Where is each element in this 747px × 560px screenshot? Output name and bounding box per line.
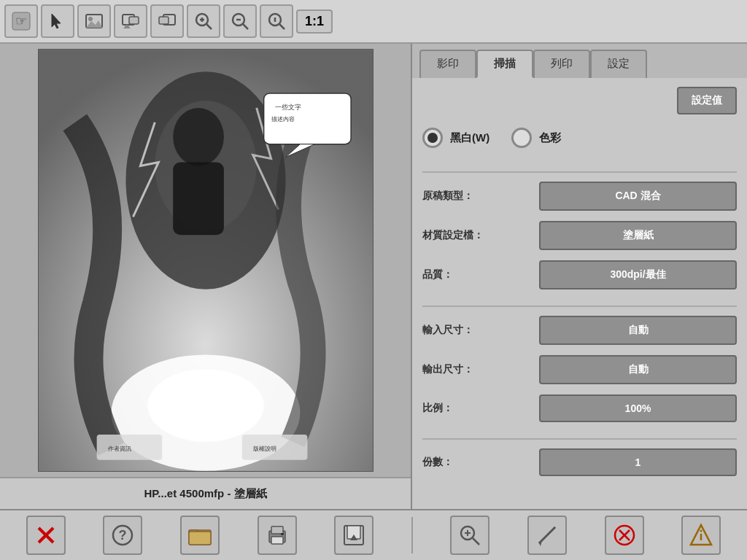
svg-line-52 — [473, 538, 479, 545]
zoom-fit-btn[interactable] — [260, 4, 293, 38]
input-size-row: 輸入尺寸： 自動 — [422, 316, 737, 345]
svg-rect-10 — [159, 17, 169, 24]
svg-line-20 — [279, 24, 285, 29]
settings-value-button[interactable]: 設定值 — [677, 87, 737, 114]
zoom-out-btn[interactable] — [223, 4, 257, 38]
svg-rect-45 — [271, 526, 283, 534]
radio-bw-circle[interactable] — [422, 128, 443, 148]
svg-line-14 — [206, 24, 212, 29]
image-tool-btn[interactable] — [77, 4, 111, 38]
cancel-btn[interactable] — [605, 516, 644, 555]
svg-rect-7 — [129, 17, 139, 24]
settings-area: 設定值 黑白(W) 色彩 原稿類型： CAD 混合 — [412, 78, 747, 509]
material-label: 材質設定檔： — [422, 229, 539, 242]
svg-point-4 — [88, 17, 93, 21]
divider3 — [422, 438, 737, 440]
output-size-btn[interactable]: 自動 — [539, 355, 737, 384]
preview-footer: HP...et 4500mfp - 塗層紙 — [0, 477, 411, 509]
radio-color-circle[interactable] — [511, 128, 532, 148]
main-area: 一些文字 描述內容 作者資訊 版權說明 HP...et 4500mfp - 塗層… — [0, 44, 747, 509]
preview-image-area: 一些文字 描述內容 作者資訊 版權說明 — [0, 44, 411, 477]
bottom-divider — [411, 517, 413, 553]
radio-bw-label: 黑白(W) — [450, 131, 489, 145]
search-btn[interactable] — [450, 516, 489, 555]
svg-text:☞: ☞ — [15, 14, 27, 28]
svg-point-27 — [173, 108, 224, 166]
output-size-label: 輸出尺寸： — [422, 363, 539, 376]
svg-text:作者資訊: 作者資訊 — [107, 446, 131, 452]
radio-bw[interactable]: 黑白(W) — [422, 128, 489, 148]
tab-settings[interactable]: 設定 — [590, 50, 647, 78]
svg-rect-46 — [271, 537, 283, 544]
material-btn[interactable]: 塗層紙 — [539, 221, 737, 250]
svg-point-64 — [700, 530, 703, 532]
tab-copy[interactable]: 影印 — [419, 50, 476, 78]
original-type-btn[interactable]: CAD 混合 — [539, 182, 737, 211]
printer-info-text: HP...et 4500mfp - 塗層紙 — [144, 487, 266, 501]
settings-btn-row: 設定值 — [422, 87, 737, 114]
input-size-btn[interactable]: 自動 — [539, 316, 737, 345]
radio-color[interactable]: 色彩 — [511, 128, 561, 148]
cursor-tool-btn[interactable] — [41, 4, 74, 38]
hand-tool-btn[interactable]: ☞ — [4, 4, 38, 38]
svg-marker-5 — [86, 20, 102, 28]
tab-print[interactable]: 列印 — [533, 50, 590, 78]
svg-marker-2 — [52, 14, 61, 28]
svg-line-57 — [554, 527, 555, 529]
svg-text:一些文字: 一些文字 — [274, 104, 301, 111]
folder-btn[interactable] — [180, 516, 220, 555]
svg-text:描述內容: 描述內容 — [271, 116, 294, 122]
ratio-row: 比例： 100% — [422, 394, 737, 422]
copies-row: 份數： 1 — [422, 448, 737, 476]
close-btn[interactable] — [26, 516, 66, 555]
original-type-label: 原稿類型： — [422, 190, 539, 203]
tab-scan[interactable]: 掃描 — [476, 50, 533, 78]
divider — [422, 171, 737, 173]
bottom-toolbar: ? — [0, 509, 747, 560]
help-btn[interactable]: ? — [103, 516, 142, 555]
top-toolbar: ☞ — [0, 0, 747, 44]
image-prev-btn[interactable] — [114, 4, 147, 38]
svg-rect-43 — [189, 532, 211, 545]
preview-image: 一些文字 描述內容 作者資訊 版權說明 — [38, 49, 374, 472]
svg-rect-28 — [173, 163, 224, 236]
input-size-label: 輸入尺寸： — [422, 324, 539, 337]
original-type-row: 原稿類型： CAD 混合 — [422, 182, 737, 211]
info-btn[interactable] — [681, 516, 721, 555]
quality-btn[interactable]: 300dpi/最佳 — [539, 260, 737, 289]
svg-line-17 — [243, 24, 248, 29]
copies-btn[interactable]: 1 — [539, 448, 737, 476]
svg-rect-47 — [281, 533, 284, 535]
image-next-btn[interactable] — [150, 4, 184, 38]
quality-label: 品質： — [422, 268, 539, 281]
zoom-in-btn[interactable] — [187, 4, 220, 38]
radio-row: 黑白(W) 色彩 — [422, 123, 737, 152]
zoom-level: 1:1 — [296, 9, 333, 34]
ratio-label: 比例： — [422, 402, 539, 415]
right-panel: 影印 掃描 列印 設定 設定值 黑白(W) 色彩 — [412, 44, 747, 509]
import-btn[interactable] — [334, 516, 374, 555]
svg-text:版權說明: 版權說明 — [252, 446, 276, 452]
radio-color-label: 色彩 — [539, 131, 561, 145]
output-size-row: 輸出尺寸： 自動 — [422, 355, 737, 384]
ratio-btn[interactable]: 100% — [539, 394, 737, 422]
preview-pane: 一些文字 描述內容 作者資訊 版權說明 HP...et 4500mfp - 塗層… — [0, 44, 412, 509]
divider2 — [422, 306, 737, 307]
svg-text:?: ? — [119, 528, 127, 542]
print-btn[interactable] — [258, 516, 297, 555]
quality-row: 品質： 300dpi/最佳 — [422, 260, 737, 289]
material-row: 材質設定檔： 塗層紙 — [422, 221, 737, 250]
svg-point-26 — [147, 369, 263, 442]
copies-label: 份數： — [422, 456, 539, 469]
edit-btn[interactable] — [527, 516, 567, 555]
tab-bar: 影印 掃描 列印 設定 — [412, 44, 747, 78]
